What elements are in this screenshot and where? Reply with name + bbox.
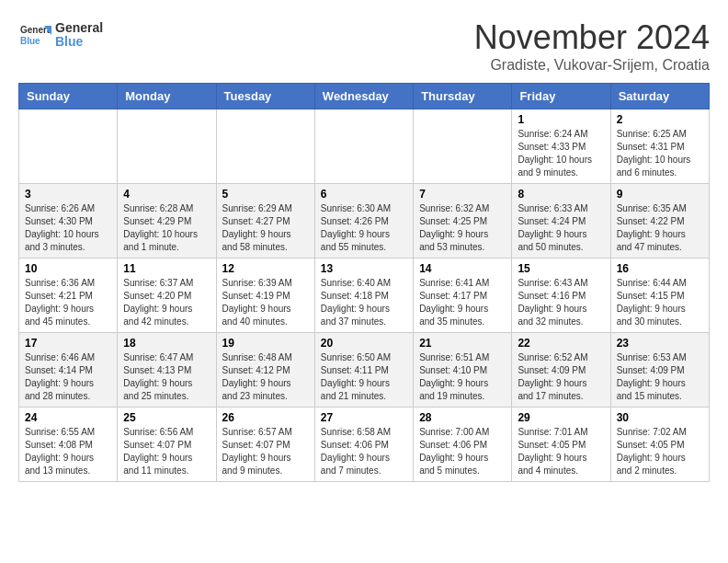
day-number: 14	[419, 262, 506, 275]
day-info: Sunrise: 6:58 AM Sunset: 4:06 PM Dayligh…	[321, 426, 407, 477]
day-info: Sunrise: 6:57 AM Sunset: 4:07 PM Dayligh…	[222, 426, 309, 477]
month-title: November 2024	[474, 18, 710, 57]
day-info: Sunrise: 6:35 AM Sunset: 4:22 PM Dayligh…	[617, 202, 703, 254]
calendar-cell: 12Sunrise: 6:39 AM Sunset: 4:19 PM Dayli…	[216, 259, 314, 333]
calendar-cell: 25Sunrise: 6:56 AM Sunset: 4:07 PM Dayli…	[118, 408, 216, 482]
day-number: 10	[25, 262, 111, 275]
calendar-table: SundayMondayTuesdayWednesdayThursdayFrid…	[18, 83, 710, 482]
calendar-cell: 29Sunrise: 7:01 AM Sunset: 4:05 PM Dayli…	[512, 408, 610, 482]
day-number: 19	[222, 337, 309, 350]
calendar-cell: 19Sunrise: 6:48 AM Sunset: 4:12 PM Dayli…	[216, 333, 314, 408]
calendar-cell: 10Sunrise: 6:36 AM Sunset: 4:21 PM Dayli…	[19, 259, 118, 333]
day-info: Sunrise: 6:24 AM Sunset: 4:33 PM Dayligh…	[518, 128, 604, 179]
calendar-cell	[314, 109, 413, 184]
day-number: 12	[222, 262, 309, 275]
day-info: Sunrise: 6:43 AM Sunset: 4:16 PM Dayligh…	[518, 277, 604, 328]
calendar-cell	[118, 109, 216, 184]
day-number: 15	[518, 262, 604, 275]
day-info: Sunrise: 6:47 AM Sunset: 4:13 PM Dayligh…	[123, 351, 210, 403]
day-info: Sunrise: 7:02 AM Sunset: 4:05 PM Dayligh…	[617, 426, 703, 477]
day-info: Sunrise: 7:00 AM Sunset: 4:06 PM Dayligh…	[419, 426, 506, 477]
calendar-cell: 21Sunrise: 6:51 AM Sunset: 4:10 PM Dayli…	[414, 333, 512, 408]
svg-text:Blue: Blue	[20, 36, 40, 46]
day-info: Sunrise: 7:01 AM Sunset: 4:05 PM Dayligh…	[518, 426, 604, 477]
calendar-cell	[414, 109, 512, 184]
calendar-cell: 6Sunrise: 6:30 AM Sunset: 4:26 PM Daylig…	[314, 184, 413, 259]
calendar-cell	[19, 109, 118, 184]
location-subtitle: Gradiste, Vukovar-Srijem, Croatia	[474, 57, 710, 74]
day-info: Sunrise: 6:26 AM Sunset: 4:30 PM Dayligh…	[25, 202, 111, 254]
calendar-cell: 4Sunrise: 6:28 AM Sunset: 4:29 PM Daylig…	[118, 184, 216, 259]
calendar-cell: 24Sunrise: 6:55 AM Sunset: 4:08 PM Dayli…	[19, 408, 118, 482]
calendar-cell: 26Sunrise: 6:57 AM Sunset: 4:07 PM Dayli…	[216, 408, 314, 482]
day-number: 7	[419, 188, 506, 201]
day-info: Sunrise: 6:33 AM Sunset: 4:24 PM Dayligh…	[518, 202, 604, 254]
calendar-cell: 22Sunrise: 6:52 AM Sunset: 4:09 PM Dayli…	[512, 333, 610, 408]
day-number: 17	[25, 337, 111, 350]
day-number: 3	[25, 188, 111, 201]
weekday-header: Sunday	[19, 84, 118, 109]
day-number: 26	[222, 411, 309, 424]
day-number: 18	[123, 337, 210, 350]
calendar-cell: 23Sunrise: 6:53 AM Sunset: 4:09 PM Dayli…	[610, 333, 709, 408]
calendar-week-row: 24Sunrise: 6:55 AM Sunset: 4:08 PM Dayli…	[19, 408, 710, 482]
weekday-header: Monday	[118, 84, 216, 109]
calendar-week-row: 3Sunrise: 6:26 AM Sunset: 4:30 PM Daylig…	[19, 184, 710, 259]
logo: General Blue General Blue	[18, 18, 103, 52]
calendar-week-row: 17Sunrise: 6:46 AM Sunset: 4:14 PM Dayli…	[19, 333, 710, 408]
day-number: 20	[321, 337, 407, 350]
calendar-cell: 27Sunrise: 6:58 AM Sunset: 4:06 PM Dayli…	[314, 408, 413, 482]
day-info: Sunrise: 6:30 AM Sunset: 4:26 PM Dayligh…	[321, 202, 407, 254]
calendar-header-row: SundayMondayTuesdayWednesdayThursdayFrid…	[19, 84, 710, 109]
day-number: 1	[518, 113, 604, 126]
logo-icon: General Blue	[18, 18, 51, 52]
day-info: Sunrise: 6:53 AM Sunset: 4:09 PM Dayligh…	[617, 351, 703, 403]
day-number: 13	[321, 262, 407, 275]
day-info: Sunrise: 6:29 AM Sunset: 4:27 PM Dayligh…	[222, 202, 309, 254]
calendar-cell: 3Sunrise: 6:26 AM Sunset: 4:30 PM Daylig…	[19, 184, 118, 259]
day-info: Sunrise: 6:44 AM Sunset: 4:15 PM Dayligh…	[617, 277, 703, 328]
calendar-cell: 14Sunrise: 6:41 AM Sunset: 4:17 PM Dayli…	[414, 259, 512, 333]
calendar-cell: 18Sunrise: 6:47 AM Sunset: 4:13 PM Dayli…	[118, 333, 216, 408]
day-number: 6	[321, 188, 407, 201]
weekday-header: Tuesday	[216, 84, 314, 109]
day-info: Sunrise: 6:50 AM Sunset: 4:11 PM Dayligh…	[321, 351, 407, 403]
day-info: Sunrise: 6:56 AM Sunset: 4:07 PM Dayligh…	[123, 426, 210, 477]
day-number: 16	[617, 262, 703, 275]
day-number: 21	[419, 337, 506, 350]
day-number: 22	[518, 337, 604, 350]
day-number: 8	[518, 188, 604, 201]
day-info: Sunrise: 6:25 AM Sunset: 4:31 PM Dayligh…	[617, 128, 703, 179]
day-number: 29	[518, 411, 604, 424]
weekday-header: Friday	[512, 84, 610, 109]
day-number: 30	[617, 411, 703, 424]
day-info: Sunrise: 6:41 AM Sunset: 4:17 PM Dayligh…	[419, 277, 506, 328]
title-block: November 2024 Gradiste, Vukovar-Srijem, …	[474, 18, 710, 74]
day-number: 28	[419, 411, 506, 424]
page-header: General Blue General Blue November 2024 …	[18, 18, 710, 74]
day-number: 27	[321, 411, 407, 424]
day-info: Sunrise: 6:55 AM Sunset: 4:08 PM Dayligh…	[25, 426, 111, 477]
calendar-cell	[216, 109, 314, 184]
day-info: Sunrise: 6:39 AM Sunset: 4:19 PM Dayligh…	[222, 277, 309, 328]
day-number: 24	[25, 411, 111, 424]
calendar-cell: 1Sunrise: 6:24 AM Sunset: 4:33 PM Daylig…	[512, 109, 610, 184]
calendar-cell: 8Sunrise: 6:33 AM Sunset: 4:24 PM Daylig…	[512, 184, 610, 259]
day-number: 25	[123, 411, 210, 424]
calendar-cell: 28Sunrise: 7:00 AM Sunset: 4:06 PM Dayli…	[414, 408, 512, 482]
calendar-cell: 11Sunrise: 6:37 AM Sunset: 4:20 PM Dayli…	[118, 259, 216, 333]
calendar-cell: 13Sunrise: 6:40 AM Sunset: 4:18 PM Dayli…	[314, 259, 413, 333]
calendar-cell: 5Sunrise: 6:29 AM Sunset: 4:27 PM Daylig…	[216, 184, 314, 259]
calendar-cell: 15Sunrise: 6:43 AM Sunset: 4:16 PM Dayli…	[512, 259, 610, 333]
day-info: Sunrise: 6:40 AM Sunset: 4:18 PM Dayligh…	[321, 277, 407, 328]
weekday-header: Wednesday	[314, 84, 413, 109]
day-info: Sunrise: 6:36 AM Sunset: 4:21 PM Dayligh…	[25, 277, 111, 328]
day-info: Sunrise: 6:51 AM Sunset: 4:10 PM Dayligh…	[419, 351, 506, 403]
calendar-cell: 7Sunrise: 6:32 AM Sunset: 4:25 PM Daylig…	[414, 184, 512, 259]
day-number: 23	[617, 337, 703, 350]
day-number: 5	[222, 188, 309, 201]
calendar-cell: 20Sunrise: 6:50 AM Sunset: 4:11 PM Dayli…	[314, 333, 413, 408]
day-info: Sunrise: 6:46 AM Sunset: 4:14 PM Dayligh…	[25, 351, 111, 403]
calendar-cell: 9Sunrise: 6:35 AM Sunset: 4:22 PM Daylig…	[610, 184, 709, 259]
weekday-header: Thursday	[414, 84, 512, 109]
